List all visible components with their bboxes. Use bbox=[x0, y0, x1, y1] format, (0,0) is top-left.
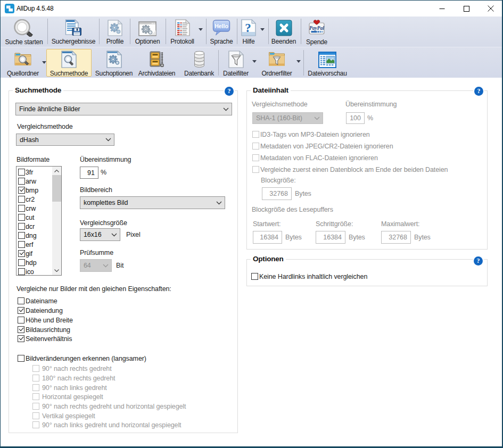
checkbox bbox=[32, 421, 39, 428]
minimize-button[interactable] bbox=[430, 1, 454, 16]
list-item[interactable]: hdp bbox=[18, 258, 37, 267]
toolbar-button-ordnerfilter[interactable]: Ordnerfilter bbox=[259, 51, 295, 77]
list-item[interactable]: 3fr bbox=[18, 168, 33, 177]
match-label: Übereinstimmung bbox=[80, 156, 131, 163]
dateiinhalt-help-icon[interactable]: ? bbox=[474, 87, 483, 96]
checkbox-bildausrichtung[interactable]: Bildausrichtung bbox=[18, 325, 70, 334]
step-bytes-label: Bytes bbox=[349, 234, 365, 241]
format-checkbox[interactable] bbox=[18, 169, 25, 176]
list-item[interactable]: crw bbox=[18, 204, 36, 213]
toolbar-button-sprache[interactable]: Hello Sprache bbox=[208, 19, 235, 45]
checkbox bbox=[32, 393, 39, 400]
checkbox[interactable] bbox=[18, 317, 24, 323]
scroll-up-button[interactable] bbox=[52, 167, 61, 176]
checkbox-hoehe-breite[interactable]: Höhe und Breite bbox=[18, 316, 73, 325]
checkbox[interactable] bbox=[18, 355, 24, 362]
format-checkbox[interactable] bbox=[18, 259, 25, 266]
compare-size-select[interactable]: 16x16 bbox=[80, 228, 120, 241]
scrollbar-thumb[interactable] bbox=[52, 175, 61, 202]
compare-method-select[interactable]: dHash bbox=[16, 134, 114, 146]
format-checkbox[interactable] bbox=[18, 223, 25, 230]
list-item[interactable]: cut bbox=[18, 213, 34, 222]
quellordner-dropdown-arrow[interactable] bbox=[42, 61, 46, 64]
toolbar-separator bbox=[166, 19, 166, 44]
fc-match-percent-input: 100 bbox=[346, 112, 365, 124]
search-results-icon bbox=[65, 19, 82, 36]
format-checkbox[interactable] bbox=[18, 196, 25, 203]
maximize-button[interactable] bbox=[454, 1, 479, 16]
image-area-select[interactable]: komplettes Bild bbox=[80, 196, 225, 209]
toolbar-button-protokoll[interactable]: Protokoll bbox=[168, 19, 197, 45]
fc-compare-method-select: SHA-1 (160-Bit) bbox=[252, 112, 323, 124]
checkbox-seitenverhaeltnis[interactable]: Seitenverhältnis bbox=[18, 334, 72, 343]
checkbox-bildveraenderungen[interactable]: Bildveränderungen erkennen (langsamer) bbox=[18, 354, 146, 363]
format-checkbox[interactable] bbox=[18, 178, 25, 185]
format-checkbox[interactable] bbox=[18, 250, 25, 257]
dateifilter-dropdown-arrow[interactable] bbox=[252, 60, 257, 63]
format-checkbox[interactable] bbox=[18, 232, 25, 239]
suchmethode-help-icon[interactable]: ? bbox=[225, 87, 234, 96]
list-item[interactable]: dcr bbox=[18, 222, 35, 231]
toolbar-button-suchmethode[interactable]: Suchmethode bbox=[48, 51, 90, 77]
image-formats-listbox[interactable]: 3fr arw bmp cr2 crw cut dcr dng erf gif … bbox=[16, 166, 62, 276]
toolbar-button-datenbank[interactable]: Datenbank bbox=[181, 51, 217, 77]
checkbox[interactable] bbox=[18, 335, 24, 342]
file-filter-icon bbox=[228, 51, 244, 68]
search-method-icon bbox=[61, 51, 77, 68]
toolbar-button-dateifilter[interactable]: Dateifilter bbox=[220, 51, 251, 77]
optionen-help-icon[interactable]: ? bbox=[474, 256, 483, 266]
toolbar-button-archivdateien[interactable]: Archivdateien bbox=[137, 51, 177, 77]
toolbar-button-hilfe[interactable]: ? Hilfe bbox=[238, 19, 259, 45]
list-item[interactable]: arw bbox=[18, 177, 36, 186]
format-checkbox[interactable] bbox=[18, 268, 25, 275]
format-checkbox[interactable] bbox=[18, 241, 25, 248]
checkbox bbox=[32, 403, 39, 410]
checkbox-jpeg-ignore: Metadaten von JPEG/CR2-Dateien ignoriere… bbox=[252, 142, 393, 151]
format-checkbox[interactable] bbox=[18, 187, 25, 194]
format-checkbox[interactable] bbox=[18, 214, 25, 221]
list-item[interactable]: dng bbox=[18, 231, 37, 240]
close-button[interactable] bbox=[479, 1, 503, 16]
checkbox-hardlinks[interactable]: Keine Hardlinks inhaltlich vergleichen bbox=[251, 272, 367, 281]
group-suchmethode: Suchmethode ? Finde ähnliche Bilder Verg… bbox=[9, 90, 238, 433]
toolbar-separator bbox=[303, 50, 304, 76]
app-icon bbox=[5, 4, 14, 13]
bit-label: Bit bbox=[116, 262, 123, 269]
title-bar: AllDup 4.5.48 bbox=[1, 1, 502, 16]
protokoll-dropdown-arrow[interactable] bbox=[199, 28, 203, 31]
hilfe-dropdown-arrow[interactable] bbox=[260, 28, 265, 31]
protocol-icon bbox=[175, 19, 191, 36]
toolbar-button-suchergebnisse[interactable]: Suchergebnisse bbox=[50, 19, 97, 45]
checkbox[interactable] bbox=[251, 273, 258, 280]
step-label: Schrittgröße: bbox=[316, 220, 353, 228]
svg-text:?: ? bbox=[245, 21, 251, 35]
ordnerfilter-dropdown-arrow[interactable] bbox=[296, 60, 301, 63]
listbox-scrollbar[interactable] bbox=[52, 167, 61, 275]
toolbar-button-optionen[interactable]: Optionen bbox=[131, 19, 163, 45]
toolbar-button-beenden[interactable]: Beenden bbox=[270, 19, 298, 45]
toolbar-button-spende[interactable]: PayPal Spende bbox=[304, 19, 329, 45]
checkbox[interactable] bbox=[18, 307, 24, 314]
checkbox-dateiname[interactable]: Dateiname bbox=[18, 296, 57, 305]
list-item[interactable]: cr2 bbox=[18, 195, 35, 204]
list-item[interactable]: bmp bbox=[18, 186, 38, 195]
list-item[interactable]: erf bbox=[18, 240, 33, 249]
search-method-select[interactable]: Finde ähnliche Bilder bbox=[15, 103, 232, 115]
list-item[interactable]: gif bbox=[18, 249, 32, 258]
match-percent-input[interactable]: 91 bbox=[80, 167, 98, 179]
toolbar-button-suche-starten[interactable]: Suche starten bbox=[3, 19, 45, 45]
paypal-donate-icon: PayPal bbox=[308, 19, 326, 37]
format-checkbox[interactable] bbox=[18, 205, 25, 212]
checkbox-dateiendung[interactable]: Dateiendung bbox=[18, 306, 63, 315]
checkbox-datenblock-compare: Vergleiche zuerst einen Datenblock am En… bbox=[252, 165, 448, 174]
checkbox[interactable] bbox=[18, 326, 24, 333]
scroll-down-button[interactable] bbox=[52, 266, 61, 275]
toolbar-button-profile[interactable]: Profile bbox=[102, 19, 128, 45]
toolbar-button-suchoptionen[interactable]: Suchoptionen bbox=[92, 51, 136, 77]
toolbar-button-dateivorschau[interactable]: Dateivorschau bbox=[305, 51, 350, 77]
checkbox[interactable] bbox=[18, 297, 24, 304]
toolbar-button-quellordner[interactable]: Quellordner bbox=[3, 51, 43, 77]
checkbox bbox=[32, 365, 39, 372]
list-item[interactable]: ico bbox=[18, 267, 34, 276]
step-value-input: 16384 bbox=[316, 231, 345, 244]
